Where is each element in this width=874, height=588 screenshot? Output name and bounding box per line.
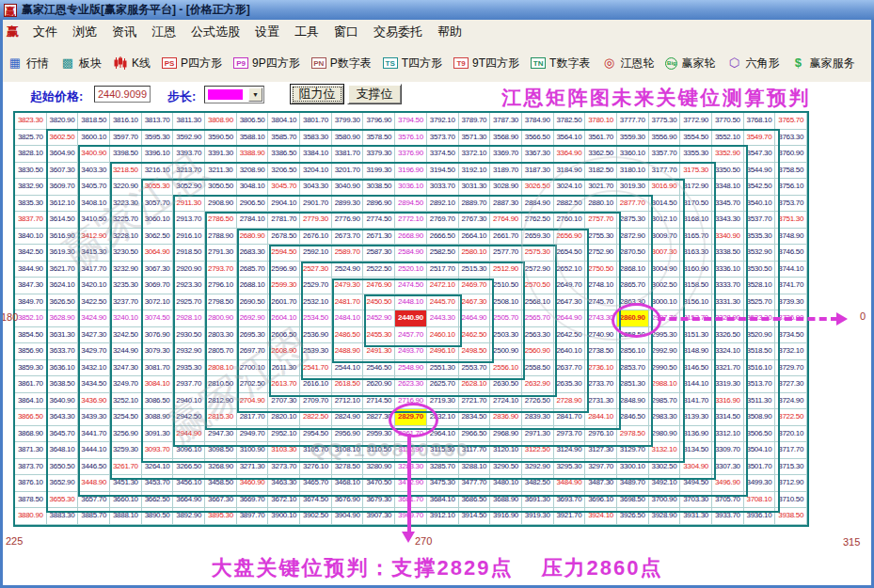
grid-cell[interactable]: 2488.90: [332, 343, 364, 360]
grid-cell[interactable]: 3609.70: [47, 179, 79, 196]
grid-cell[interactable]: 2949.70: [237, 426, 269, 443]
grid-cell[interactable]: 3480.10: [490, 475, 522, 492]
grid-cell[interactable]: 3619.30: [47, 245, 79, 262]
grid-cell[interactable]: 2887.30: [490, 196, 522, 213]
grid-cell[interactable]: 2524.90: [332, 262, 364, 278]
grid-cell[interactable]: 3004.90: [649, 262, 681, 278]
grid-cell[interactable]: 2983.30: [649, 409, 681, 426]
grid-cell[interactable]: 3494.50: [680, 475, 712, 492]
grid-cell[interactable]: 2952.10: [268, 426, 300, 443]
grid-cell[interactable]: 3304.90: [680, 459, 712, 476]
grid-cell[interactable]: 3794.50: [395, 113, 427, 130]
grid-cell[interactable]: 2846.50: [617, 409, 649, 426]
grid-cell[interactable]: 3192.10: [459, 163, 491, 180]
grid-cell[interactable]: 2570.50: [522, 278, 554, 294]
grid-cell[interactable]: 3888.10: [110, 508, 142, 525]
grid-cell[interactable]: 3052.90: [173, 179, 205, 196]
grid-cell[interactable]: 3607.30: [47, 163, 79, 180]
grid-cell[interactable]: 2606.50: [268, 327, 300, 344]
grid-cell[interactable]: 2455.30: [363, 327, 395, 344]
resistance-button[interactable]: 阻力位: [290, 84, 344, 104]
grid-cell[interactable]: 2872.90: [617, 229, 649, 246]
grid-cell[interactable]: 3710.50: [775, 492, 807, 509]
grid-cell[interactable]: 2659.30: [522, 229, 554, 246]
grid-cell[interactable]: 3237.70: [110, 294, 142, 311]
grid-cell[interactable]: 3890.50: [142, 508, 174, 525]
grid-cell[interactable]: 3698.50: [617, 492, 649, 509]
grid-cell[interactable]: 2932.90: [173, 343, 205, 360]
grid-cell[interactable]: 2644.90: [554, 310, 586, 327]
grid-cell[interactable]: 3633.70: [47, 343, 79, 360]
grid-cell[interactable]: 3170.50: [680, 196, 712, 213]
grid-cell[interactable]: 3213.70: [173, 163, 205, 180]
grid-cell[interactable]: 2625.70: [427, 376, 459, 393]
grid-cell[interactable]: 3499.30: [744, 475, 776, 492]
grid-cell[interactable]: 3436.90: [78, 393, 110, 410]
grid-cell[interactable]: 3064.90: [142, 245, 174, 262]
support-button[interactable]: 支撑位: [347, 84, 402, 104]
grid-cell[interactable]: 3117.70: [459, 442, 491, 459]
grid-cell[interactable]: 3026.50: [522, 179, 554, 196]
grid-cell[interactable]: 2445.70: [427, 294, 459, 311]
grid-cell[interactable]: 3909.70: [395, 508, 427, 525]
grid-cell[interactable]: 3873.70: [15, 459, 47, 476]
grid-cell[interactable]: 2457.70: [395, 327, 427, 344]
grid-cell[interactable]: 3384.10: [300, 146, 332, 163]
grid-cell[interactable]: 3172.90: [680, 179, 712, 196]
grid-cell[interactable]: 2443.30: [427, 310, 459, 327]
grid-cell[interactable]: 3278.50: [332, 459, 364, 476]
grid-cell[interactable]: 3552.10: [712, 130, 744, 147]
grid-cell[interactable]: 2726.50: [522, 393, 554, 410]
grid-cell[interactable]: 2853.70: [617, 360, 649, 377]
grid-cell[interactable]: 2913.70: [173, 212, 205, 229]
grid-cell[interactable]: 3156.10: [680, 294, 712, 311]
grid-cell[interactable]: 2841.70: [554, 409, 586, 426]
grid-cell[interactable]: 3549.70: [744, 130, 776, 147]
grid-cell[interactable]: 3333.70: [712, 278, 744, 294]
grid-cell[interactable]: 2916.10: [173, 229, 205, 246]
grid-cell[interactable]: 3808.90: [205, 113, 237, 130]
grid-cell[interactable]: 3328.90: [712, 310, 744, 327]
grid-cell[interactable]: 2529.70: [300, 278, 332, 294]
grid-cell[interactable]: 2700.10: [237, 360, 269, 377]
grid-cell[interactable]: 3676.90: [332, 492, 364, 509]
grid-cell[interactable]: 2865.70: [617, 278, 649, 294]
grid-cell[interactable]: 3429.70: [78, 343, 110, 360]
grid-cell[interactable]: 3175.30: [680, 163, 712, 180]
grid-cell[interactable]: 2870.50: [617, 245, 649, 262]
grid-cell[interactable]: 2796.10: [205, 278, 237, 294]
grid-cell[interactable]: 3218.50: [110, 163, 142, 180]
grid-cell[interactable]: 3136.90: [680, 426, 712, 443]
grid-cell[interactable]: 3813.70: [142, 113, 174, 130]
grid-cell[interactable]: 3211.30: [205, 163, 237, 180]
grid-cell[interactable]: 3350.50: [712, 163, 744, 180]
grid-cell[interactable]: 3520.90: [744, 327, 776, 344]
grid-cell[interactable]: 3753.70: [775, 196, 807, 213]
grid-cell[interactable]: 3283.30: [395, 459, 427, 476]
grid-cell[interactable]: 3355.30: [680, 146, 712, 163]
grid-cell[interactable]: 3364.90: [554, 146, 586, 163]
grid-cell[interactable]: 2498.50: [459, 343, 491, 360]
grid-cell[interactable]: 2944.90: [173, 426, 205, 443]
grid-cell[interactable]: 2450.50: [363, 294, 395, 311]
grid-cell[interactable]: 3182.50: [585, 163, 617, 180]
grid-cell[interactable]: 3799.30: [332, 113, 364, 130]
grid-cell[interactable]: 3391.30: [205, 146, 237, 163]
grid-cell[interactable]: 3760.90: [775, 146, 807, 163]
grid-cell[interactable]: 3122.50: [522, 442, 554, 459]
toolbar-item-winner-wheel[interactable]: Big赢家轮: [665, 56, 715, 72]
grid-cell[interactable]: 3758.50: [775, 163, 807, 180]
grid-cell[interactable]: 3684.10: [427, 492, 459, 509]
grid-cell[interactable]: 2988.10: [649, 376, 681, 393]
grid-cell[interactable]: 2868.10: [617, 262, 649, 278]
grid-cell[interactable]: 2824.90: [332, 409, 364, 426]
grid-cell[interactable]: 2673.70: [332, 229, 364, 246]
grid-cell[interactable]: 3014.50: [649, 196, 681, 213]
grid-cell[interactable]: 3780.10: [585, 113, 617, 130]
grid-cell[interactable]: 3595.30: [142, 130, 174, 147]
grid-cell[interactable]: 3050.50: [205, 179, 237, 196]
grid-cell[interactable]: 3158.50: [680, 278, 712, 294]
grid-cell[interactable]: 2803.30: [205, 327, 237, 344]
grid-cell[interactable]: 2556.10: [490, 360, 522, 377]
grid-cell[interactable]: 3256.90: [110, 426, 142, 443]
